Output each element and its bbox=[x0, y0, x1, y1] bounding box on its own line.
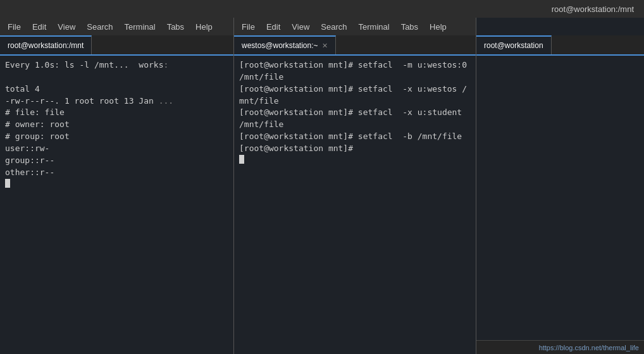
middle-cursor bbox=[239, 155, 244, 164]
middle-tab-close[interactable]: ✕ bbox=[322, 42, 328, 50]
menu-edit-left[interactable]: Edit bbox=[27, 21, 51, 33]
left-tab[interactable]: root@workstation:/mnt bbox=[0, 35, 92, 54]
menu-search-mid[interactable]: Search bbox=[316, 21, 352, 33]
menu-help-left[interactable]: Help bbox=[190, 21, 218, 33]
right-tab-bar: root@workstation bbox=[476, 35, 644, 56]
middle-tab-bar: westos@workstation:~ ✕ bbox=[234, 35, 476, 56]
middle-tab-label: westos@workstation:~ bbox=[242, 41, 318, 50]
left-cursor bbox=[5, 179, 10, 188]
menu-file-mid[interactable]: File bbox=[237, 21, 260, 33]
menu-view-left[interactable]: View bbox=[53, 21, 80, 33]
menu-search-left[interactable]: Search bbox=[82, 21, 118, 33]
menu-tabs-left[interactable]: Tabs bbox=[162, 21, 189, 33]
right-tab-label: root@workstation bbox=[484, 41, 543, 50]
middle-terminal-text: [root@workstation mnt]# setfacl -m u:wes… bbox=[239, 59, 471, 155]
middle-terminal-content[interactable]: [root@workstation mnt]# setfacl -m u:wes… bbox=[234, 56, 476, 354]
left-terminal-content[interactable]: Every 1.0s: ls -l /mnt... works: total 4… bbox=[0, 56, 233, 354]
left-tab-label: root@workstation:/mnt bbox=[8, 41, 84, 50]
menu-terminal-mid[interactable]: Terminal bbox=[354, 21, 395, 33]
panel-left: File Edit View Search Terminal Tabs Help… bbox=[0, 18, 234, 354]
title-bar-text: root@workstation:/mnt bbox=[552, 4, 634, 14]
terminal-container: File Edit View Search Terminal Tabs Help… bbox=[0, 18, 644, 354]
menu-help-mid[interactable]: Help bbox=[424, 21, 452, 33]
left-terminal-text: Every 1.0s: ls -l /mnt... works: total 4… bbox=[5, 59, 228, 178]
menu-view-mid[interactable]: View bbox=[287, 21, 314, 33]
right-tab[interactable]: root@workstation bbox=[476, 35, 552, 54]
middle-menu-bar: File Edit View Search Terminal Tabs Help bbox=[234, 18, 476, 35]
panel-right: root@workstation https://blog.csdn.net/t… bbox=[476, 18, 644, 354]
menu-terminal-left[interactable]: Terminal bbox=[120, 21, 161, 33]
right-terminal-content[interactable] bbox=[476, 56, 644, 340]
menu-tabs-mid[interactable]: Tabs bbox=[396, 21, 423, 33]
middle-tab[interactable]: westos@workstation:~ ✕ bbox=[234, 35, 336, 54]
status-bar: https://blog.csdn.net/thermal_life bbox=[476, 340, 644, 354]
status-text: https://blog.csdn.net/thermal_life bbox=[539, 344, 639, 351]
left-tab-bar: root@workstation:/mnt bbox=[0, 35, 233, 56]
menu-file-left[interactable]: File bbox=[3, 21, 26, 33]
left-menu-bar: File Edit View Search Terminal Tabs Help bbox=[0, 18, 233, 35]
panel-middle: File Edit View Search Terminal Tabs Help… bbox=[234, 18, 476, 354]
title-bar: root@workstation:/mnt bbox=[0, 0, 644, 18]
menu-edit-mid[interactable]: Edit bbox=[261, 21, 285, 33]
